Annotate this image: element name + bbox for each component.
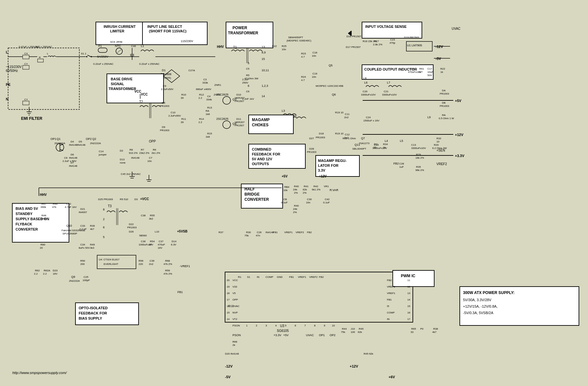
svg-text:10,11: 10,11 (262, 69, 269, 72)
svg-text:R6: R6 (153, 148, 156, 151)
svg-text:+5V: +5V (282, 175, 288, 178)
svg-text:MO5PEC U20C20C45B: MO5PEC U20C20C45B (316, 85, 343, 87)
svg-text:L7: L7 (387, 81, 390, 84)
svg-text:PR1003: PR1003 (307, 151, 316, 153)
svg-text:2.2: 2.2 (198, 96, 202, 99)
svg-text:10n: 10n (282, 48, 286, 51)
svg-text:2.2: 2.2 (43, 272, 47, 275)
svg-text:R80: R80 (40, 243, 45, 246)
svg-text:CONVERTER: CONVERTER (16, 227, 38, 231)
svg-text:C38: C38 (141, 214, 146, 217)
svg-text:15: 15 (227, 311, 230, 314)
svg-text:1uF: 1uF (399, 165, 404, 168)
svg-text:R56: R56 (139, 259, 143, 262)
svg-text:470uF: 470uF (158, 243, 165, 246)
svg-text:PR1003: PR1003 (160, 129, 169, 132)
svg-text:R47: R47 (41, 202, 46, 205)
svg-text:-VREF1: -VREF1 (180, 265, 190, 268)
svg-text:14: 14 (407, 298, 410, 301)
svg-text:VREF1: VREF1 (284, 231, 293, 234)
svg-text:2%: 2% (293, 211, 297, 214)
svg-text:16: 16 (407, 311, 410, 314)
svg-text:100: 100 (351, 331, 355, 334)
svg-text:DB: DB (442, 101, 446, 104)
svg-text:15: 15 (407, 305, 410, 308)
svg-text:24k: 24k (293, 188, 298, 191)
svg-text:115/230V: 115/230V (181, 40, 193, 43)
svg-text:910 2%: 910 2% (129, 152, 138, 154)
svg-text:http://www.smpspowersupply.com: http://www.smpspowersupply.com/ (12, 371, 67, 375)
svg-text:R1: R1 (238, 276, 242, 278)
svg-text:D20 IN4148: D20 IN4148 (225, 352, 239, 355)
svg-text:19: 19 (227, 285, 230, 288)
svg-text:R13: R13 (207, 106, 212, 109)
svg-text:+6V: +6V (389, 375, 395, 379)
svg-text:C4: C4 (207, 95, 211, 98)
svg-text:R23: R23 (301, 52, 306, 55)
svg-text:PR1003: PR1003 (160, 105, 169, 108)
svg-text:5: 5 (103, 235, 105, 239)
svg-text:2.2 nF: 2.2 nF (79, 228, 87, 231)
svg-text:6: 6 (103, 226, 105, 229)
svg-text:R15: R15 (207, 132, 212, 135)
svg-text:14: 14 (227, 318, 230, 321)
svg-text:SBL3040PT: SBL3040PT (352, 147, 366, 150)
svg-text:I5: I5 (387, 305, 389, 308)
svg-text:C10: C10 (171, 111, 175, 114)
svg-text:2n2 x 250VAC: 2n2 x 250VAC (36, 45, 52, 48)
svg-text:390k: 390k (40, 217, 46, 220)
svg-text:16V: 16V (158, 246, 163, 249)
svg-text:R50: R50 (80, 259, 85, 262)
svg-text:1k8: 1k8 (206, 113, 210, 116)
svg-text:D13: D13 (120, 158, 125, 161)
svg-text:+SEN: +SEN (436, 149, 445, 152)
svg-text:5: 5 (248, 62, 249, 65)
svg-text:D22: D22 (129, 223, 134, 226)
svg-text:T3: T3 (108, 204, 112, 208)
schematic-diagram: L ~115/230V 60/50Hz PE N EMI FILTER CX C… (0, 0, 588, 386)
svg-text:C26: C26 (257, 231, 262, 234)
svg-text:DA: DA (442, 89, 446, 92)
svg-text:334k: 334k (206, 98, 212, 101)
svg-text:10: 10 (436, 140, 439, 143)
svg-text:INPUT LINE SELECT: INPUT LINE SELECT (147, 25, 182, 28)
svg-text:C27A: C27A (188, 69, 195, 72)
svg-text:VREF2: VREF2 (387, 285, 395, 288)
svg-text:D5: D5 (79, 140, 82, 143)
svg-text:RA: RA (206, 109, 209, 112)
svg-text:4k7: 4k7 (432, 331, 436, 334)
svg-text:C22: C22 (272, 45, 277, 48)
svg-text:C20: C20 (363, 90, 368, 93)
svg-text:PR1003: PR1003 (440, 105, 449, 108)
svg-text:220: 220 (139, 263, 143, 266)
svg-text:C28: C28 (399, 162, 404, 165)
svg-text:333k: 333k (202, 81, 208, 84)
svg-text:2.2nF 1kV: 2.2nF 1kV (242, 97, 254, 100)
svg-text:R5: R5 (246, 74, 250, 77)
svg-text:R:VAR: R:VAR (330, 188, 338, 192)
svg-text:R45: R45 (359, 327, 364, 330)
svg-text:R66: R66 (232, 340, 237, 343)
svg-text:D4: D4 (71, 140, 74, 143)
svg-text:47k: 47k (52, 206, 57, 209)
svg-text:300W ATX POWER SUPPLY:: 300W ATX POWER SUPPLY: (463, 290, 514, 295)
svg-text:D12: D12 (228, 304, 234, 308)
svg-text:FEEDBACK FOR: FEEDBACK FOR (252, 152, 280, 156)
svg-text:D18: D18 (319, 132, 324, 135)
svg-text:-5V: -5V (225, 375, 231, 379)
svg-text:D9: D9 (162, 126, 165, 129)
svg-text:C36: C36 (141, 240, 146, 243)
svg-text:C6: C6 (246, 90, 250, 93)
svg-text:SPU02N60P: SPU02N60P (62, 232, 77, 235)
svg-text:VCC: VCC (232, 279, 238, 282)
svg-text:IN4007: IN4007 (79, 211, 87, 214)
svg-text:C17: C17 (427, 67, 432, 70)
svg-text:R44: R44 (342, 327, 347, 330)
svg-text:HHV: HHV (217, 45, 224, 49)
svg-text:2.2: 2.2 (34, 272, 38, 275)
svg-text:18k 2%: 18k 2% (415, 156, 424, 159)
svg-text:2.2uF x 50V: 2.2uF x 50V (62, 160, 77, 163)
svg-text:11: 11 (407, 279, 410, 282)
svg-text:R14: R14 (199, 118, 204, 120)
svg-text:HER207: HER207 (235, 121, 245, 124)
